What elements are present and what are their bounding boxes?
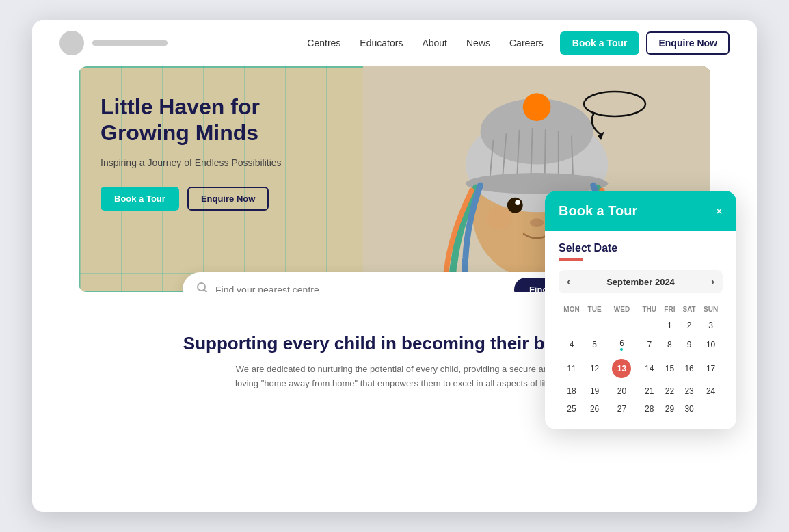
cal-header-wed: WED <box>606 303 638 316</box>
calendar-week-row: 45678910 <box>560 335 721 354</box>
cal-header-sat: SAT <box>680 303 699 316</box>
select-date-label: Select Date <box>559 242 723 254</box>
calendar-day <box>606 317 638 334</box>
calendar-day[interactable]: 13 <box>606 356 638 382</box>
calendar-day[interactable]: 17 <box>700 356 721 382</box>
calendar-day[interactable]: 23 <box>680 383 699 399</box>
calendar-grid: MON TUE WED THU FRI SAT SUN 123456789101… <box>559 302 723 418</box>
calendar-day[interactable]: 19 <box>585 383 604 399</box>
select-date-underline <box>559 258 583 261</box>
calendar-day <box>700 401 721 417</box>
calendar-day[interactable]: 3 <box>700 317 721 334</box>
calendar-day[interactable]: 6 <box>606 335 638 354</box>
logo-circle <box>59 31 84 55</box>
calendar-day[interactable]: 30 <box>680 401 699 417</box>
calendar-next-button[interactable]: › <box>711 276 714 288</box>
calendar-day[interactable]: 24 <box>700 383 721 399</box>
calendar-day[interactable]: 25 <box>560 401 583 417</box>
svg-point-15 <box>507 198 523 213</box>
nav-links: Centres Educators About News Careers <box>307 38 543 49</box>
hero-title: Little Haven for Growing Minds <box>101 94 306 146</box>
book-tour-modal: Book a Tour × Select Date ‹ September 20… <box>545 191 736 429</box>
calendar-day[interactable]: 12 <box>585 356 604 382</box>
cal-header-fri: FRI <box>661 303 678 316</box>
calendar-nav: ‹ September 2024 › <box>559 270 723 293</box>
calendar-day[interactable]: 7 <box>639 335 660 354</box>
nav-centres[interactable]: Centres <box>307 38 340 49</box>
search-bar: Find a Centre <box>183 272 606 292</box>
logo <box>59 31 168 55</box>
modal-body: Select Date ‹ September 2024 › MON TUE W… <box>545 231 736 429</box>
calendar-prev-button[interactable]: ‹ <box>567 276 570 288</box>
calendar-day[interactable]: 27 <box>606 401 638 417</box>
calendar-week-row: 18192021222324 <box>560 383 721 399</box>
calendar-day[interactable]: 26 <box>585 401 604 417</box>
nav-about[interactable]: About <box>422 38 447 49</box>
svg-point-17 <box>515 200 520 205</box>
hero-subtitle: Inspiring a Journey of Endless Possibili… <box>101 156 306 170</box>
calendar-day[interactable]: 2 <box>680 317 699 334</box>
svg-point-19 <box>530 218 544 227</box>
calendar-day[interactable]: 10 <box>700 335 721 354</box>
calendar-day[interactable]: 1 <box>661 317 678 334</box>
calendar-day[interactable]: 21 <box>639 383 660 399</box>
calendar-day <box>585 317 604 334</box>
svg-point-14 <box>523 93 551 121</box>
nav-educators[interactable]: Educators <box>360 38 403 49</box>
calendar-day[interactable]: 4 <box>560 335 583 354</box>
nav-careers[interactable]: Careers <box>509 38 544 49</box>
calendar-day[interactable]: 22 <box>661 383 678 399</box>
calendar-day[interactable]: 20 <box>606 383 638 399</box>
calendar-month: September 2024 <box>606 277 675 287</box>
calendar-day <box>560 317 583 334</box>
svg-line-25 <box>204 290 208 293</box>
calendar-week-row: 252627282930 <box>560 401 721 417</box>
hero-book-tour-button[interactable]: Book a Tour <box>101 187 179 211</box>
navbar: Centres Educators About News Careers Boo… <box>32 20 757 66</box>
nav-enquire-now-button[interactable]: Enquire Now <box>646 31 730 55</box>
hero-buttons: Book a Tour Enquire Now <box>101 187 306 211</box>
calendar-day[interactable]: 9 <box>680 335 699 354</box>
calendar-day[interactable]: 16 <box>680 356 699 382</box>
cal-header-tue: TUE <box>585 303 604 316</box>
modal-header: Book a Tour × <box>545 191 736 231</box>
section-description: We are dedicated to nurturing the potent… <box>224 362 565 391</box>
cal-header-mon: MON <box>560 303 583 316</box>
calendar-day[interactable]: 11 <box>560 356 583 382</box>
calendar-day[interactable]: 8 <box>661 335 678 354</box>
calendar-week-row: 123 <box>560 317 721 334</box>
hero-content: Little Haven for Growing Minds Inspiring… <box>101 94 306 211</box>
calendar-day[interactable]: 5 <box>585 335 604 354</box>
calendar-day[interactable]: 18 <box>560 383 583 399</box>
modal-title: Book a Tour <box>559 203 637 219</box>
calendar-week-row: 11121314151617 <box>560 356 721 382</box>
calendar-day[interactable]: 28 <box>639 401 660 417</box>
calendar-header-row: MON TUE WED THU FRI SAT SUN <box>560 303 721 316</box>
logo-text <box>92 40 168 46</box>
cal-header-thu: THU <box>639 303 660 316</box>
search-icon <box>196 282 209 292</box>
cal-header-sun: SUN <box>700 303 721 316</box>
nav-news[interactable]: News <box>466 38 490 49</box>
hero-enquire-now-button[interactable]: Enquire Now <box>187 187 269 211</box>
nav-book-tour-button[interactable]: Book a Tour <box>560 31 640 55</box>
search-input[interactable] <box>215 284 514 293</box>
calendar-day <box>639 317 660 334</box>
svg-point-20 <box>487 206 511 230</box>
calendar-day[interactable]: 15 <box>661 356 678 382</box>
calendar-day[interactable]: 29 <box>661 401 678 417</box>
browser-window: Centres Educators About News Careers Boo… <box>32 20 757 512</box>
calendar-day[interactable]: 14 <box>639 356 660 382</box>
modal-close-button[interactable]: × <box>715 205 723 217</box>
